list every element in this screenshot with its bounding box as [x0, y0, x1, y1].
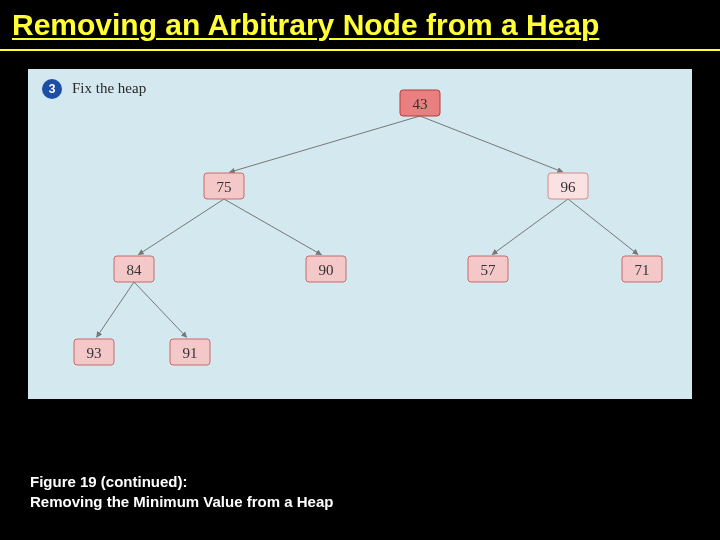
- tree-node-value: 71: [635, 262, 650, 278]
- tree-node-value: 93: [87, 345, 102, 361]
- figure-caption: Figure 19 (continued): Removing the Mini…: [30, 472, 333, 513]
- tree-edge: [97, 282, 134, 337]
- tree-node-value: 84: [127, 262, 143, 278]
- tree-edge: [138, 199, 224, 255]
- tree-node: 91: [170, 339, 210, 365]
- heap-tree-diagram: 437596849057719391: [28, 69, 692, 399]
- tree-node-value: 91: [183, 345, 198, 361]
- tree-edge: [224, 199, 321, 255]
- tree-node: 43: [400, 90, 440, 116]
- figure-panel: 3 Fix the heap 437596849057719391: [28, 69, 692, 399]
- tree-node: 90: [306, 256, 346, 282]
- tree-node: 96: [548, 173, 588, 199]
- slide-title: Removing an Arbitrary Node from a Heap: [0, 0, 720, 47]
- tree-edge: [230, 116, 420, 172]
- tree-node: 93: [74, 339, 114, 365]
- tree-node: 57: [468, 256, 508, 282]
- tree-edge: [134, 282, 187, 337]
- tree-node-value: 43: [413, 96, 428, 112]
- tree-node: 71: [622, 256, 662, 282]
- tree-edge: [568, 199, 638, 255]
- edges-group: [97, 116, 638, 337]
- tree-node-value: 90: [319, 262, 334, 278]
- tree-node: 75: [204, 173, 244, 199]
- tree-edge: [492, 199, 568, 255]
- caption-line-1: Figure 19 (continued):: [30, 472, 333, 492]
- tree-node-value: 75: [217, 179, 232, 195]
- tree-edge: [420, 116, 563, 172]
- title-rule: [0, 49, 720, 51]
- caption-line-2: Removing the Minimum Value from a Heap: [30, 492, 333, 512]
- tree-node-value: 96: [561, 179, 577, 195]
- slide: Removing an Arbitrary Node from a Heap 3…: [0, 0, 720, 540]
- tree-node: 84: [114, 256, 154, 282]
- tree-node-value: 57: [481, 262, 497, 278]
